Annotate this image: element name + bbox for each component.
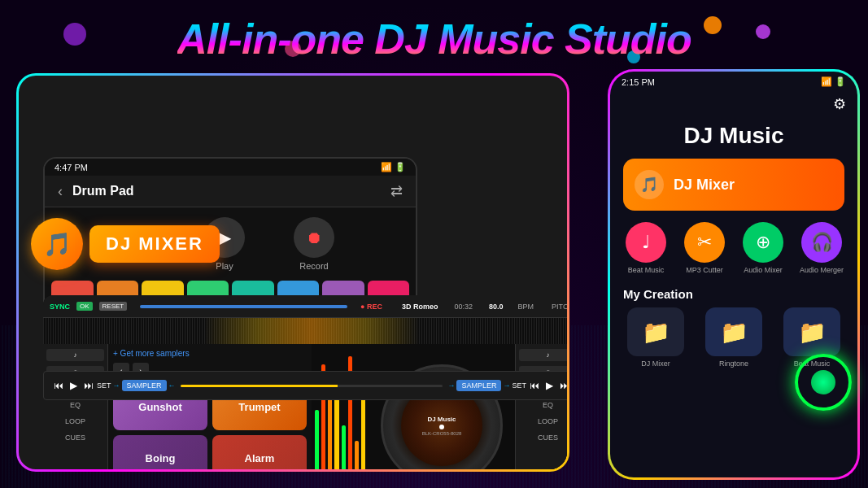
- loop-label-right: LOOP: [519, 416, 569, 427]
- mp3-cutter-icon: ✂: [684, 222, 725, 263]
- right-header: ⚙: [610, 92, 857, 120]
- turntable-dot: [439, 425, 444, 429]
- transport-prev-left[interactable]: ⏮: [50, 378, 67, 393]
- green-target-circle: [795, 354, 852, 411]
- main-title: All-in-one DJ Music Studio: [177, 15, 691, 63]
- transport-next-left[interactable]: ⏭: [81, 378, 97, 393]
- right-status-icons: 📶 🔋: [821, 76, 846, 87]
- feature-grid: ♩ Beat Music ✂ MP3 Cutter ⊕ Audio Mixer …: [610, 222, 857, 284]
- audio-mixer-label: Audio Mixer: [744, 266, 783, 274]
- ok-button[interactable]: OK: [76, 302, 93, 311]
- transport-arrow-right-3: →: [503, 381, 510, 390]
- creation-beat-music-icon: 📁: [783, 307, 840, 356]
- feature-audio-merger[interactable]: 🎧 Audio Merger: [796, 222, 848, 274]
- rec-indicator: ● REC: [360, 303, 382, 311]
- audio-merger-icon: 🎧: [801, 222, 842, 263]
- transport-set-right[interactable]: SET: [512, 381, 526, 390]
- my-creation-label: My Creation: [610, 284, 857, 307]
- bpm-value: 80.0: [489, 303, 504, 311]
- creation-ringtone[interactable]: 📁 Ringtone: [698, 307, 770, 368]
- drum-record-button[interactable]: ⏺: [294, 217, 334, 258]
- turntable-sub: BLK-CRO55-8028: [422, 431, 462, 436]
- right-time: 2:15 PM: [622, 77, 655, 87]
- drum-status-bar: 4:47 PM 📶 🔋: [45, 159, 416, 176]
- drum-menu-icon[interactable]: ⇄: [390, 182, 403, 200]
- eq-bar-7: [355, 441, 359, 472]
- feature-audio-mixer[interactable]: ⊕ Audio Mixer: [737, 222, 789, 274]
- eq-bar-1: [315, 410, 319, 472]
- green-circle-inner: [811, 370, 835, 394]
- phone-left: 4:47 PM 📶 🔋 ‹ Drum Pad ⇄ ≡ ▶ Play ⏺ Reco…: [16, 73, 569, 472]
- transport-arrow-right: →: [113, 381, 120, 390]
- eq-bar-3: [328, 394, 332, 472]
- dj-mixer-button-label: DJ Mixer: [674, 176, 735, 194]
- transport-arrow-right-2: →: [447, 381, 455, 390]
- mixer-equalizer: [312, 344, 369, 472]
- get-more-samplers-link[interactable]: + Get more samplers: [113, 349, 307, 358]
- transport-prev-right[interactable]: ⏮: [526, 378, 543, 393]
- sampler-pad-boing[interactable]: Boing: [113, 435, 207, 472]
- dj-mixer-main-button[interactable]: 🎵 DJ Mixer: [623, 159, 844, 211]
- note-icon-right[interactable]: ♪: [519, 349, 569, 361]
- mixer-right-panel: ♪ ♫ FX EQ LOOP CUES: [515, 344, 569, 472]
- turntable-label: DJ Music BLK-CRO55-8028: [422, 416, 462, 436]
- drum-status-icons: 📶 🔋: [381, 162, 406, 172]
- transport-play-left[interactable]: ▶: [67, 378, 81, 393]
- creation-ringtone-label: Ringtone: [719, 359, 748, 368]
- sampler-pad-alarm[interactable]: Alarm: [212, 435, 307, 472]
- turntable-title: DJ Music: [422, 416, 462, 423]
- note-icon-left[interactable]: ♪: [46, 349, 104, 361]
- audio-merger-label: Audio Merger: [800, 266, 844, 274]
- track-time: 00:32: [454, 303, 473, 311]
- pitch-label: PITCH: [552, 303, 569, 311]
- orb-violet: [756, 24, 770, 39]
- creation-dj-mixer-icon: 📁: [627, 307, 684, 356]
- bpm-label: BPM: [517, 303, 534, 311]
- drum-time: 4:47 PM: [55, 163, 88, 172]
- mixer-main: ♪ ♫ FX EQ LOOP CUES + Get more samplers …: [43, 344, 569, 472]
- creation-dj-mixer-label: DJ Mixer: [641, 359, 670, 368]
- transport-sampler-right[interactable]: SAMPLER: [456, 380, 501, 391]
- creation-ringtone-icon: 📁: [705, 307, 762, 356]
- eq-label-left: EQ: [46, 399, 104, 411]
- transport-slider[interactable]: [181, 385, 443, 387]
- transport-next-right[interactable]: ⏭: [556, 378, 569, 393]
- audio-mixer-icon: ⊕: [743, 222, 783, 263]
- dj-mixer-button-icon: 🎵: [635, 170, 664, 199]
- dj-mixer-badge: 🎵 DJ MIXER: [31, 218, 220, 270]
- eq-label-right: EQ: [519, 399, 569, 411]
- drum-record-label: Record: [299, 261, 328, 271]
- feature-mp3-cutter[interactable]: ✂ MP3 Cutter: [678, 222, 731, 274]
- cues-label-right: CUES: [519, 432, 569, 443]
- drum-pad-title: Drum Pad: [72, 184, 381, 198]
- waveform-highlight: [204, 318, 419, 344]
- transport-arrow-left-2: ←: [168, 381, 176, 390]
- phone-right: 2:15 PM 📶 🔋 ⚙ DJ Music 🎵 DJ Mixer ♩ Beat…: [608, 69, 860, 480]
- settings-gear-icon[interactable]: ⚙: [833, 95, 846, 113]
- eq-bar-5: [342, 425, 346, 472]
- cues-label-left: CUES: [46, 432, 104, 443]
- orb-orange: [704, 16, 722, 34]
- dj-mixer-badge-text: DJ MIXER: [89, 225, 220, 263]
- loop-label-left: LOOP: [46, 416, 104, 427]
- mixer-left-panel: ♪ ♫ FX EQ LOOP CUES: [43, 344, 108, 472]
- right-status-bar: 2:15 PM 📶 🔋: [610, 72, 857, 92]
- creation-dj-mixer[interactable]: 📁 DJ Mixer: [620, 307, 691, 368]
- feature-beat-music[interactable]: ♩ Beat Music: [620, 222, 672, 274]
- transport-set-left[interactable]: SET: [97, 381, 111, 390]
- waveform-bar: [43, 318, 569, 344]
- mixer-top-bar: SYNC OK RESET ● REC 3D Romeo 00:32 80.0 …: [43, 295, 569, 318]
- drum-header: ‹ Drum Pad ⇄: [45, 176, 416, 207]
- drum-back-button[interactable]: ‹: [58, 183, 63, 200]
- sampler-area: + Get more samplers ‹ › Gunshot Trumpet …: [108, 344, 312, 472]
- reset-button[interactable]: RESET: [99, 302, 128, 311]
- drum-record-control: ⏺ Record: [294, 217, 334, 271]
- pitch-slider[interactable]: [140, 305, 347, 308]
- turntable: DJ Music BLK-CRO55-8028: [369, 344, 515, 472]
- sync-label: SYNC: [50, 303, 70, 311]
- transport-bar: ⏮ ▶ ⏭ SET → SAMPLER ← → SAMPLER → SET ⏮ …: [43, 371, 569, 400]
- transport-sampler-left[interactable]: SAMPLER: [122, 380, 167, 391]
- orb-purple: [63, 23, 86, 46]
- transport-play-right[interactable]: ▶: [543, 378, 556, 393]
- beat-music-icon: ♩: [626, 222, 666, 263]
